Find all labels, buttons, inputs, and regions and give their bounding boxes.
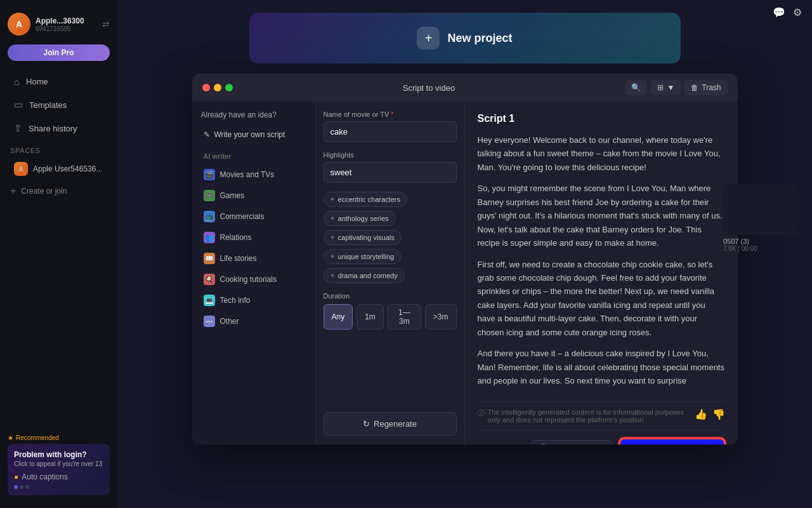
tag-unique[interactable]: + unique storytelling (324, 249, 402, 264)
trash-icon: 🗑 (691, 83, 698, 92)
auto-captions-label: ● Auto captions (14, 472, 103, 481)
tag-plus-icon3: + (331, 233, 335, 242)
other-icon: ••• (204, 316, 215, 327)
system-bar: 💬 ⚙ (773, 6, 802, 18)
tag-drama-label: drama and comedy (338, 272, 398, 279)
category-commercials[interactable]: 📺 Commercials (199, 206, 309, 227)
recommended-section: ★ Recommended Problem with login? Click … (0, 429, 117, 500)
share-icon: ⇧ (14, 123, 22, 134)
refresh-icon: ↻ (363, 419, 370, 429)
user-name: Apple...36300 (36, 17, 97, 25)
script-title: Script 1 (478, 113, 725, 124)
script-para-1: Hey everyone! Welcome back to our channe… (478, 133, 725, 174)
games-icon: 🎮 (204, 190, 215, 201)
search-button[interactable]: 🔍 (625, 80, 647, 95)
script-para-3: First off, we need to create a chocolate… (478, 258, 725, 340)
info-icon: ⓘ (478, 408, 485, 418)
recommended-label: ★ Recommended (8, 434, 110, 441)
avatar: A (8, 13, 30, 36)
sidebar-item-templates[interactable]: ▭ Templates (4, 93, 114, 116)
tag-eccentric[interactable]: + eccentric characters (324, 192, 407, 207)
other-label: Other (220, 317, 239, 326)
commercials-label: Commercials (220, 212, 265, 221)
search-icon: 🔍 (631, 83, 641, 92)
space-avatar: A (14, 162, 28, 176)
tag-drama[interactable]: + drama and comedy (324, 268, 405, 283)
thumbs-up-button[interactable]: 👍 (695, 408, 707, 420)
tech-icon: 💻 (204, 295, 215, 306)
user-profile[interactable]: A Apple...36300 6941716505 ⇄ (0, 8, 117, 41)
ai-writer-label: AI writer (199, 150, 309, 164)
cooking-icon: 🍳 (204, 274, 215, 285)
voice-avatar (537, 444, 549, 444)
join-pro-button[interactable]: Join Pro (8, 44, 110, 61)
relations-icon: 👥 (204, 232, 215, 243)
generate-video-button[interactable]: Generate video ▼ (619, 438, 725, 444)
user-id: 6941716505 (36, 25, 97, 32)
settings-icon[interactable]: ⚙ (793, 6, 802, 18)
sidebar-item-share-label: Share history (29, 124, 77, 133)
grid-view-button[interactable]: ⊞ ▼ (651, 80, 681, 95)
tag-plus-icon: + (331, 195, 335, 204)
category-other[interactable]: ••• Other (199, 311, 309, 331)
chat-icon[interactable]: 💬 (773, 6, 785, 18)
maximize-window-button[interactable] (225, 84, 233, 91)
life-stories-label: Life stories (220, 254, 257, 263)
write-own-script-button[interactable]: ✎ Write your own script (199, 126, 309, 144)
sidebar-item-templates-label: Templates (29, 100, 67, 110)
thumbs-down-button[interactable]: 👎 (712, 408, 725, 420)
tag-captivating[interactable]: + captivating visuals (324, 230, 402, 245)
tech-label: Tech info (220, 296, 251, 305)
category-life-stories[interactable]: 📖 Life stories (199, 248, 309, 269)
category-tech[interactable]: 💻 Tech info (199, 290, 309, 311)
new-project-label: New project (447, 32, 512, 45)
sidebar-item-share-history[interactable]: ⇧ Share history (4, 117, 114, 140)
feedback-buttons: 👍 👎 (695, 408, 725, 420)
duration-3m-button[interactable]: >3m (425, 304, 457, 330)
commercials-icon: 📺 (204, 211, 215, 222)
duration-1m-button[interactable]: 1m (357, 304, 384, 330)
tag-anthology-label: anthology series (338, 215, 389, 222)
left-panel: Already have an idea? ✎ Write your own s… (192, 102, 316, 444)
tag-plus-icon2: + (331, 214, 335, 223)
tag-unique-label: unique storytelling (338, 253, 395, 260)
close-window-button[interactable] (202, 84, 210, 91)
tag-plus-icon5: + (331, 271, 335, 280)
recommended-card-sub: Click to appeal if you're over 13 (14, 460, 103, 467)
games-label: Games (220, 191, 245, 200)
modal-window: Script to video 🔍 ⊞ ▼ 🗑 Trash Alr (192, 74, 738, 444)
movies-tvs-label: Movies and TVs (220, 170, 275, 179)
duration-1-3m-button[interactable]: 1—3m (388, 304, 421, 330)
sidebar-space-apple[interactable]: A Apple User546536... (4, 157, 114, 180)
modal-title: Script to video (238, 83, 620, 93)
pencil-icon: ✎ (204, 130, 210, 139)
tag-anthology[interactable]: + anthology series (324, 211, 396, 226)
minimize-window-button[interactable] (214, 84, 221, 91)
grid-icon: ⊞ (657, 83, 664, 92)
new-project-banner[interactable]: + New project (249, 13, 681, 64)
next-script-button[interactable]: › (513, 443, 523, 444)
prev-script-button[interactable]: ‹ (478, 443, 488, 444)
create-join-label: Create or join (21, 187, 67, 196)
sidebar-item-home[interactable]: ⌂ Home (4, 70, 114, 93)
sidebar: A Apple...36300 6941716505 ⇄ Join Pro ⌂ … (0, 0, 117, 508)
trash-label: Trash (702, 83, 721, 92)
sidebar-nav: ⌂ Home ▭ Templates ⇧ Share history (0, 70, 117, 140)
category-cooking[interactable]: 🍳 Cooking tutorials (199, 269, 309, 290)
voice-selector[interactable]: Chica Joven ▼ (530, 440, 613, 444)
tag-plus-icon4: + (331, 252, 335, 261)
recommended-card[interactable]: Problem with login? Click to appeal if y… (8, 444, 110, 495)
mid-panel: Name of movie or TV * Highlights + eccen… (316, 102, 465, 444)
script-text: Hey everyone! Welcome back to our channe… (478, 133, 725, 395)
highlights-input[interactable] (324, 162, 457, 183)
create-join-item[interactable]: + Create or join (0, 181, 117, 201)
name-input[interactable] (324, 121, 457, 142)
switch-account-icon[interactable]: ⇄ (102, 19, 110, 29)
category-games[interactable]: 🎮 Games (199, 185, 309, 206)
regenerate-button[interactable]: ↻ Regenerate (324, 412, 457, 436)
category-movies-tvs[interactable]: 🎬 Movies and TVs (199, 164, 309, 185)
script-para-4: And there you have it – a delicious cake… (478, 347, 725, 387)
category-relations[interactable]: 👥 Relations (199, 227, 309, 248)
trash-button[interactable]: 🗑 Trash (684, 80, 727, 95)
duration-any-button[interactable]: Any (324, 304, 353, 330)
